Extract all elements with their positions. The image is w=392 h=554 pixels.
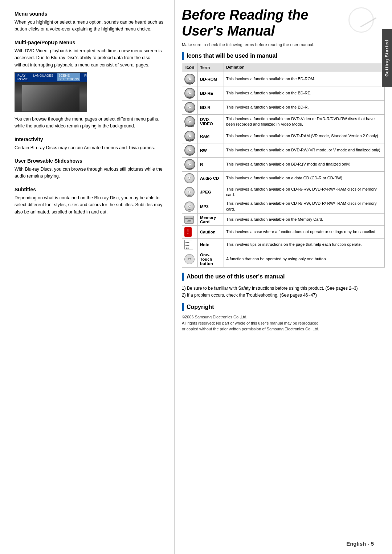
dvd-menu-bar: PLAY MOVIE LANGUAGES SCENE SELECTIONS PR…: [15, 73, 87, 82]
table-row: 1T One-Touch button A function that can …: [182, 251, 385, 268]
term-cell-3: DVD-VIDEO: [198, 114, 224, 129]
page-container: Menu sounds When you highlight or select…: [0, 0, 392, 554]
subtitles-heading: Subtitles: [15, 187, 163, 192]
copyright-line-3: or copied without the prior written perm…: [182, 326, 385, 332]
table-row: MP3 MP3 This involves a function availab…: [182, 199, 385, 214]
about-list: 1) Be sure to be familiar with Safety In…: [182, 285, 385, 299]
table-row: ! Caution This involves a case where a f…: [182, 226, 385, 239]
blue-bar-icon: [182, 52, 184, 60]
icon-cell-9: MP3: [182, 199, 198, 214]
right-column: Before Reading the User's Manual Make su…: [174, 0, 392, 554]
th-icon: Icon: [182, 63, 198, 72]
table-row: ■■■■■■■■ Note This involves tips or inst…: [182, 239, 385, 251]
term-cell-10: Memory Card: [198, 214, 224, 226]
title-deco-circle: [348, 7, 374, 33]
table-row: BD-ROM BD-ROM This involves a function a…: [182, 72, 385, 86]
term-cell-2: BD-R: [198, 100, 224, 114]
dvd-menu-scene-inner: [22, 85, 79, 111]
term-cell-5: RW: [198, 143, 224, 157]
icon-cell-4: DVD-RAM: [182, 129, 198, 143]
icon-cell-8: JPEG: [182, 185, 198, 199]
main-title-line1: Before Reading the: [182, 7, 308, 23]
term-cell-11: Caution: [198, 226, 224, 239]
icons-table: Icon Term Definition BD-ROM BD-ROM This …: [182, 63, 385, 268]
menu-sounds-text: When you highlight or select a menu opti…: [15, 19, 163, 33]
def-cell-9: This involves a function available on CD…: [224, 199, 385, 214]
term-cell-7: Audio CD: [198, 171, 224, 185]
def-cell-13: A function that can be operated by using…: [224, 251, 385, 268]
icon-cell-1: BD-RE: [182, 86, 198, 100]
term-cell-9: MP3: [198, 199, 224, 214]
def-cell-11: This involves a case where a function do…: [224, 226, 385, 239]
icon-cell-7: [182, 171, 198, 185]
def-cell-8: This involves a function available on CD…: [224, 185, 385, 199]
def-cell-5: This involves a function available on DV…: [224, 143, 385, 157]
table-row: DVD-RW RW This involves a function avail…: [182, 143, 385, 157]
def-cell-6: This involves a function available on BD…: [224, 157, 385, 171]
copyright-line-2: All rights reserved; No part or whole of…: [182, 320, 385, 326]
icon-cell-10: MemoryCard: [182, 214, 198, 226]
copyright-heading-text: Copyright: [187, 304, 214, 310]
term-cell-4: RAM: [198, 129, 224, 143]
icon-cell-11: !: [182, 226, 198, 239]
table-row: Audio CD This involves a function availa…: [182, 171, 385, 185]
table-row: MemoryCard Memory Card This involves a f…: [182, 214, 385, 226]
def-cell-1: This involves a function available on th…: [224, 86, 385, 100]
table-header-row: Icon Term Definition: [182, 63, 385, 72]
table-row: DVD-VIDEO DVD-VIDEO This involves a func…: [182, 114, 385, 129]
th-definition: Definition: [224, 63, 385, 72]
dvd-menu-item-play: PLAY MOVIE: [16, 73, 29, 81]
def-cell-4: This involves a function available on DV…: [224, 129, 385, 143]
dvd-menu-screenshot: PLAY MOVIE LANGUAGES SCENE SELECTIONS PR…: [15, 72, 87, 112]
icons-section-heading: Icons that will be used in manual: [182, 52, 385, 60]
icon-cell-6: DVD-R: [182, 157, 198, 171]
main-title-line2: User's Manual: [182, 23, 275, 38]
user-browsable-heading: User Browsable Slideshows: [15, 158, 163, 164]
left-column: Menu sounds When you highlight or select…: [0, 0, 174, 554]
def-cell-7: This involves a function available on a …: [224, 171, 385, 185]
icon-cell-13: 1T: [182, 251, 198, 268]
term-cell-13: One-Touch button: [198, 251, 224, 268]
def-cell-0: This involves a function available on th…: [224, 72, 385, 86]
def-cell-12: This involves tips or instructions on th…: [224, 239, 385, 251]
copyright-text: ©2006 Samsung Electronics Co.,Ltd. All r…: [182, 314, 385, 332]
copyright-line-1: ©2006 Samsung Electronics Co.,Ltd.: [182, 314, 385, 320]
icon-cell-0: BD-ROM: [182, 72, 198, 86]
icon-cell-5: DVD-RW: [182, 143, 198, 157]
term-cell-8: JPEG: [198, 185, 224, 199]
subtitle: Make sure to check the following terms b…: [182, 42, 385, 47]
interactivity-text: Certain Blu-ray Discs may contain Animat…: [15, 144, 163, 151]
dvd-menu-item-lang: LANGUAGES: [32, 73, 54, 81]
subtitles-text: Depending on what is contained on the Bl…: [15, 195, 163, 216]
def-cell-3: This involves a function available on DV…: [224, 114, 385, 129]
interactivity-heading: Interactivity: [15, 137, 163, 142]
th-term: Term: [198, 63, 224, 72]
dvd-menu-scene: [15, 82, 87, 112]
table-row: BD-RE BD-RE This involves a function ava…: [182, 86, 385, 100]
icon-cell-2: BD-R: [182, 100, 198, 114]
about-heading-text: About the use of this user's manual: [187, 273, 285, 280]
getting-started-label: Getting Started: [384, 40, 389, 77]
table-row: BD-R BD-R This involves a function avail…: [182, 100, 385, 114]
copyright-blue-bar: [182, 303, 184, 311]
term-cell-12: Note: [198, 239, 224, 251]
about-section-heading: About the use of this user's manual: [182, 273, 385, 281]
user-browsable-text: With Blu-ray Discs, you can browse throu…: [15, 166, 163, 180]
icon-cell-12: ■■■■■■■■: [182, 239, 198, 251]
copyright-heading: Copyright: [182, 303, 385, 311]
term-cell-1: BD-RE: [198, 86, 224, 100]
about-item-1: 1) Be sure to be familiar with Safety In…: [182, 285, 385, 292]
term-cell-6: R: [198, 157, 224, 171]
table-row: DVD-R R This involves a function availab…: [182, 157, 385, 171]
multi-page-heading: Multi-page/PopUp Menus: [15, 40, 163, 45]
icons-section-heading-text: Icons that will be used in manual: [187, 53, 277, 59]
dvd-menu-item-prev: PREVIEWS: [83, 73, 87, 81]
table-row: JPEG JPEG This involves a function avail…: [182, 185, 385, 199]
def-cell-10: This involves a function available on th…: [224, 214, 385, 226]
icon-cell-3: DVD-VIDEO: [182, 114, 198, 129]
multi-page-text-1: With DVD-Video, playback is interrupted …: [15, 48, 163, 69]
table-row: DVD-RAM RAM This involves a function ava…: [182, 129, 385, 143]
about-blue-bar: [182, 273, 184, 281]
term-cell-0: BD-ROM: [198, 72, 224, 86]
about-item-2: 2) If a problem occurs, check the Troubl…: [182, 292, 385, 299]
